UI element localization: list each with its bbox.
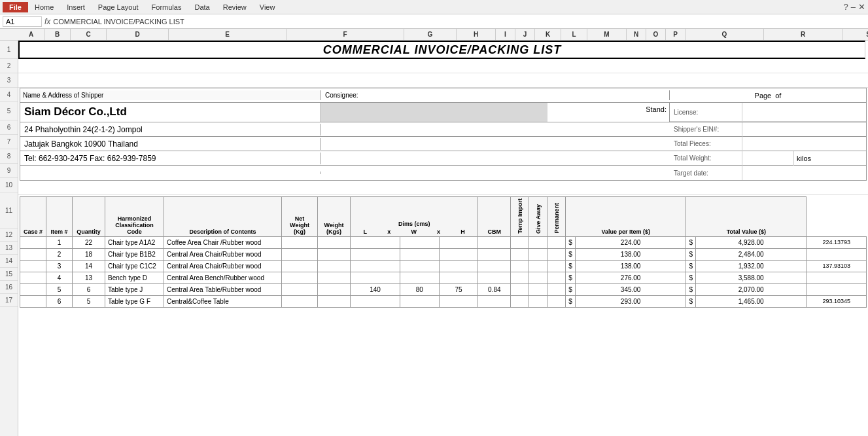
table-row: 6 5 Table type G F Central&Coffee Table xyxy=(20,295,867,307)
col-header-d[interactable]: D xyxy=(107,29,169,40)
extra-15 xyxy=(807,272,867,283)
col-header-j[interactable]: J xyxy=(515,29,535,40)
case-num-13 xyxy=(20,248,46,260)
col-total-value: Total Value ($) xyxy=(686,197,807,237)
quantity-12: 22 xyxy=(73,236,105,248)
help-icon[interactable]: ? xyxy=(844,2,848,12)
col-header-c[interactable]: C xyxy=(71,29,107,40)
dimL-13 xyxy=(351,248,400,260)
total-14: 1,932.00 xyxy=(695,260,806,272)
give-14 xyxy=(529,260,547,272)
case-num-16 xyxy=(20,283,46,295)
weight-label: Total Weight: xyxy=(670,153,742,163)
view-tab[interactable]: View xyxy=(257,2,278,12)
header-row-8: Tel: 662-930-2475 Fax: 662-939-7859 Tota… xyxy=(20,151,866,166)
weight-14 xyxy=(318,260,351,272)
weight-16 xyxy=(318,283,351,295)
dim-w: W xyxy=(411,228,417,235)
col-header-m[interactable]: M xyxy=(587,29,627,40)
shipper-name-cell: Siam Décor Co.,Ltd xyxy=(20,103,321,122)
description-15: Central Area Bench/Rubber wood xyxy=(164,272,282,283)
extra-12: 224.13793 xyxy=(807,236,867,248)
home-tab[interactable]: Home xyxy=(32,2,56,12)
col-cbm: CBM xyxy=(478,197,511,237)
review-tab[interactable]: Review xyxy=(220,2,249,12)
col-quantity: Quantity xyxy=(73,197,105,237)
col-header-i[interactable]: I xyxy=(496,29,515,40)
dollar2-14: $ xyxy=(686,260,696,272)
perm-12 xyxy=(547,236,566,248)
col-header-r[interactable]: R xyxy=(764,29,842,40)
pieces-label: Total Pieces: xyxy=(670,139,742,149)
col-header-o[interactable]: O xyxy=(646,29,666,40)
extra-17: 293.10345 xyxy=(807,295,867,307)
row-13: 13 xyxy=(0,242,18,255)
empty-row-10 xyxy=(18,181,868,195)
col-header-g[interactable]: G xyxy=(404,29,457,40)
formulas-tab[interactable]: Formulas xyxy=(149,2,184,12)
row-16: 16 xyxy=(0,281,18,294)
kilos-label: kilos xyxy=(794,153,814,164)
col-header-n[interactable]: N xyxy=(627,29,646,40)
col-header-s[interactable]: S xyxy=(842,29,868,40)
dim-x1: x xyxy=(387,228,391,235)
col-header-q[interactable]: Q xyxy=(686,29,764,40)
net-weight-13 xyxy=(282,248,318,260)
col-header-b[interactable]: B xyxy=(44,29,71,40)
col-header-h[interactable]: H xyxy=(457,29,496,40)
empty-row-3 xyxy=(18,73,868,88)
col-header-k[interactable]: K xyxy=(535,29,561,40)
minimize-icon[interactable]: – xyxy=(851,2,856,12)
dollar1-16: $ xyxy=(566,283,576,295)
dimW-14 xyxy=(400,260,440,272)
total-15: 3,588.00 xyxy=(695,272,806,283)
page-layout-tab[interactable]: Page Layout xyxy=(95,2,141,12)
fx-icon: fx xyxy=(44,17,50,26)
ein-label: Shipper's EIN#: xyxy=(670,124,742,134)
quantity-17: 5 xyxy=(73,295,105,307)
consignee-label: Consignee: xyxy=(321,90,670,100)
temp-14 xyxy=(511,260,529,272)
dimH-14 xyxy=(439,260,478,272)
invoice-header: Name & Address of Shipper Consignee: Pag… xyxy=(20,88,867,181)
quantity-16: 6 xyxy=(73,283,105,295)
col-header-p[interactable]: P xyxy=(666,29,686,40)
total-17: 1,465.00 xyxy=(695,295,806,307)
value-14: 138.00 xyxy=(575,260,686,272)
col-header-a[interactable]: A xyxy=(18,29,44,40)
table-row: 3 14 Chair type C1C2 Central Area Chair/… xyxy=(20,260,867,272)
give-15 xyxy=(529,272,547,283)
col-header-l[interactable]: L xyxy=(561,29,587,40)
row-14: 14 xyxy=(0,255,18,268)
quantity-14: 14 xyxy=(73,260,105,272)
col-item-num: Item # xyxy=(46,197,73,237)
close-icon[interactable]: ✕ xyxy=(858,2,865,12)
data-tab[interactable]: Data xyxy=(192,2,212,12)
insert-tab[interactable]: Insert xyxy=(64,2,88,12)
value-17: 293.00 xyxy=(575,295,686,307)
table-row: 5 6 Table type J Central Area Table/Rubb… xyxy=(20,283,867,295)
row-8: 8 xyxy=(0,149,18,164)
perm-14 xyxy=(547,260,566,272)
col-case-num: Case # xyxy=(20,197,46,237)
row-11: 11 xyxy=(0,192,18,228)
menu-tabs: Home Insert Page Layout Formulas Data Re… xyxy=(32,2,277,12)
pieces-row: Total Pieces: xyxy=(670,137,866,151)
harmonized-14: Chair type C1C2 xyxy=(105,260,164,272)
dim-l: L xyxy=(364,228,368,235)
dimW-15 xyxy=(400,272,440,283)
table-header-row: Case # Item # Quantity Harmonized Classi… xyxy=(20,197,867,237)
col-header-e[interactable]: E xyxy=(169,29,286,40)
cbm-17 xyxy=(478,295,511,307)
col-header-f[interactable]: F xyxy=(286,29,404,40)
cell-reference-input[interactable] xyxy=(3,16,42,27)
file-menu-button[interactable]: File xyxy=(3,2,28,12)
dollar2-16: $ xyxy=(686,283,696,295)
row-2: 2 xyxy=(0,59,18,73)
header-row-7: Jatujak Bangkok 10900 Thailand Total Pie… xyxy=(20,137,866,151)
page-label: Page xyxy=(755,92,772,100)
pieces-value xyxy=(742,137,866,151)
sheet-body: 1 2 3 4 5 6 7 8 9 10 11 12 13 14 15 16 1… xyxy=(0,41,868,436)
row-5: 5 xyxy=(0,102,18,120)
row-1: 1 xyxy=(0,41,18,59)
